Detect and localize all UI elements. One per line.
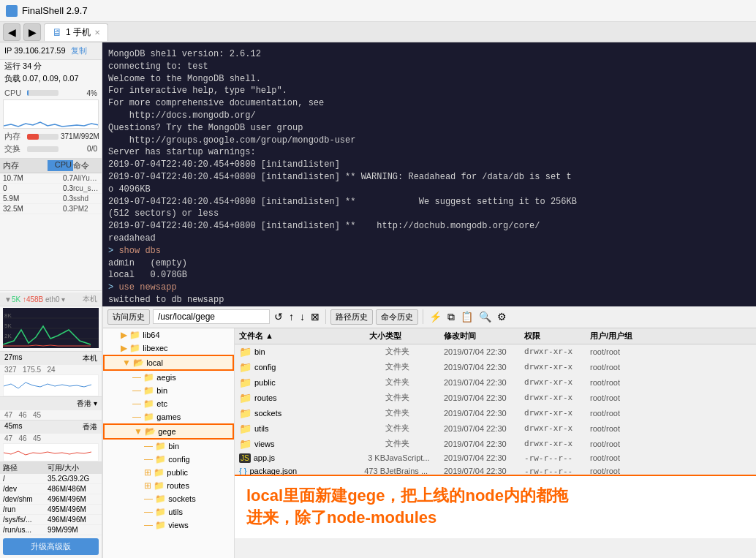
file-row-config[interactable]: 📁config 文件夹 2019/07/04 22:30 drwxr-xr-x … <box>235 360 756 375</box>
tree-item-aegis[interactable]: — 📁 aegis <box>103 371 234 384</box>
tree-item-gege[interactable]: ▼ 📂 gege <box>103 423 234 440</box>
tree-item-label: routes <box>167 481 189 490</box>
path-input[interactable]: /usr/local/gege <box>153 309 270 324</box>
lightning-icon[interactable]: ⚡ <box>428 309 443 324</box>
network-graph-svg: 8K 5K 2K <box>3 308 99 348</box>
term-line: o 4096KB <box>108 184 750 196</box>
uptime-label: 运行 34 分 <box>4 61 42 72</box>
memory-metric-row: 内存 371M/992M <box>0 130 102 143</box>
folder-open-icon: ▼ 📂 <box>122 358 144 368</box>
file-row-bin[interactable]: 📁bin 文件夹 2019/07/04 22:30 drwxr-xr-x roo… <box>235 344 756 360</box>
cmd-history-button[interactable]: 命令历史 <box>376 309 418 325</box>
tree-item-label: bin <box>156 386 167 395</box>
term-line: local 0.078GB <box>108 269 750 282</box>
term-line: Server has startup warnings: <box>108 146 750 159</box>
file-row-packagejson[interactable]: { }package.json 473 B JetBrains ... 2019… <box>235 465 756 475</box>
term-line: Questions? Try the MongoDB user group <box>108 122 750 135</box>
tree-item-etc[interactable]: — 📁 etc <box>103 397 234 410</box>
ping-local-vals: 327 175.5 24 <box>0 365 102 374</box>
swap-metric-row: 交换 0/0 <box>0 143 102 155</box>
fm-toolbar: 访问历史 /usr/local/gege ↺ ↑ ↓ ⊠ 路径历史 命令历史 ⚡… <box>103 306 756 328</box>
tree-item-bin[interactable]: — 📁 bin <box>103 384 234 397</box>
tab-nav-forward[interactable]: ▶ <box>23 23 41 41</box>
tree-item-local[interactable]: ▼ 📂 local <box>103 355 234 371</box>
tree-item-games[interactable]: — 📁 games <box>103 410 234 423</box>
tree-item-gege-views[interactable]: — 📁 views <box>103 519 234 532</box>
load-label: 负载 0.07, 0.09, 0.07 <box>4 73 79 84</box>
file-row-views[interactable]: 📁views 文件夹 2019/07/04 22:30 drwxr-xr-x r… <box>235 437 756 452</box>
search-icon[interactable]: 🔍 <box>477 309 493 324</box>
ping-local-graph <box>3 374 99 396</box>
tree-item-gege-bin[interactable]: — 📁 bin <box>103 440 234 453</box>
tree-item-label: views <box>168 521 189 529</box>
network-title: ▼5K ↑458B eth0 ▾ 本机 <box>0 293 102 306</box>
uptime-row: 运行 34 分 <box>0 60 102 72</box>
path-history-button[interactable]: 路径历史 <box>330 309 373 325</box>
upgrade-button[interactable]: 升级高级版 <box>3 538 99 555</box>
col-user: 用户/用户组 <box>590 331 649 342</box>
file-row-sockets[interactable]: 📁sockets 文件夹 2019/07/04 22:30 drwxr-xr-x… <box>235 406 756 421</box>
tab-close-icon[interactable]: ✕ <box>94 29 100 37</box>
col-name: 文件名 ▲ <box>239 331 341 342</box>
center-area: MongoDB shell version: 2.6.12 connecting… <box>102 42 756 558</box>
folder-icon: — 📁 <box>132 372 154 382</box>
tree-item-gege-public[interactable]: ⊞ 📁 public <box>103 466 234 479</box>
tree-item-libexec[interactable]: ▶ 📁 libexec <box>103 342 234 355</box>
file-list-header: 文件名 ▲ 大小 类型 修改时间 权限 用户/用户组 <box>235 328 756 344</box>
tree-item-gege-config[interactable]: — 📁 config <box>103 453 234 466</box>
term-line: For more comprehensive documentation, se… <box>108 97 750 110</box>
paste-icon[interactable]: 📋 <box>459 309 475 324</box>
file-row-routes[interactable]: 📁routes 文件夹 2019/07/04 22:30 drwxr-xr-x … <box>235 391 756 406</box>
tree-item-gege-sockets[interactable]: — 📁 sockets <box>103 492 234 505</box>
swap-bar-bg <box>27 146 58 152</box>
swap-label: 交换 <box>4 143 25 154</box>
delete-icon[interactable]: ⊠ <box>309 309 321 324</box>
network-graph: 8K 5K 2K <box>3 308 99 348</box>
folder-icon: 📁 <box>239 361 252 373</box>
tree-item-gege-utils[interactable]: — 📁 utils <box>103 505 234 519</box>
tree-item-lib64[interactable]: ▶ 📁 lib64 <box>103 328 234 342</box>
folder-icon: ▶ 📁 <box>121 330 140 340</box>
copy-icon[interactable]: ⧉ <box>446 309 456 325</box>
tab-bar: ◀ ▶ 🖥 1 手机 ✕ <box>0 22 756 42</box>
term-line: > show dbs <box>108 245 750 257</box>
file-manager: 访问历史 /usr/local/gege ↺ ↑ ↓ ⊠ 路径历史 命令历史 ⚡… <box>102 306 756 559</box>
file-row-public[interactable]: 📁public 文件夹 2019/07/04 22:30 drwxr-xr-x … <box>235 375 756 391</box>
network-section: ▼5K ↑458B eth0 ▾ 本机 8K 5K 2K <box>0 290 102 351</box>
copy-button[interactable]: 复制 <box>71 46 87 55</box>
proc-header-cmd: 命令 <box>73 160 99 171</box>
col-date: 修改时间 <box>444 331 524 342</box>
tree-item-gege-routes[interactable]: ⊞ 📁 routes <box>103 479 234 492</box>
tab-nav-back[interactable]: ◀ <box>3 23 20 41</box>
term-line: connecting to: test <box>108 61 750 73</box>
download-icon[interactable]: ↓ <box>298 309 306 324</box>
tab-1-手机[interactable]: 🖥 1 手机 ✕ <box>44 23 108 41</box>
history-button[interactable]: 访问历史 <box>107 309 150 325</box>
folder-icon: 📁 <box>239 377 252 388</box>
memory-bar-bg <box>27 134 58 140</box>
refresh-icon[interactable]: ↺ <box>273 309 284 324</box>
file-row-utils[interactable]: 📁utils 文件夹 2019/07/04 22:30 drwxr-xr-x r… <box>235 421 756 437</box>
settings-icon[interactable]: ⚙ <box>496 309 508 324</box>
tree-item-label: etc <box>156 399 167 408</box>
main-layout: IP 39.106.217.59 复制 运行 34 分 负载 0.07, 0.0… <box>0 42 756 558</box>
file-row-appjs[interactable]: JSapp.js 3 KB JavaScript... 2019/07/04 2… <box>235 452 756 465</box>
term-line: MongoDB shell version: 2.6.12 <box>108 48 750 61</box>
upload-icon[interactable]: ↑ <box>287 309 295 324</box>
memory-label: 内存 <box>4 131 25 142</box>
disk-row: /dev 486M/486M <box>0 484 102 494</box>
folder-icon: ⊞ 📁 <box>144 480 165 491</box>
ping-local-section: 27ms 本机 327 175.5 24 <box>0 351 102 396</box>
disk-header: 路径 可用/大小 <box>0 462 102 474</box>
folder-icon: — 📁 <box>144 507 166 517</box>
ping-hk-header: 45ms 香港 <box>0 421 102 434</box>
tree-item-label: sockets <box>168 494 195 503</box>
metrics-section: CPU 4% 内存 371M/992M 交换 <box>0 85 102 159</box>
ip-label: IP 39.106.217.59 <box>4 46 66 55</box>
file-list: 文件名 ▲ 大小 类型 修改时间 权限 用户/用户组 📁bin 文件夹 <box>235 328 756 475</box>
terminal-area[interactable]: MongoDB shell version: 2.6.12 connecting… <box>102 42 756 306</box>
svg-text:5K: 5K <box>4 323 12 329</box>
ping-local-header: 27ms 本机 <box>0 352 102 365</box>
tree-item-label: aegis <box>156 373 175 382</box>
term-line: 2019-07-04T22:40:20.454+0800 [initandlis… <box>108 171 750 184</box>
